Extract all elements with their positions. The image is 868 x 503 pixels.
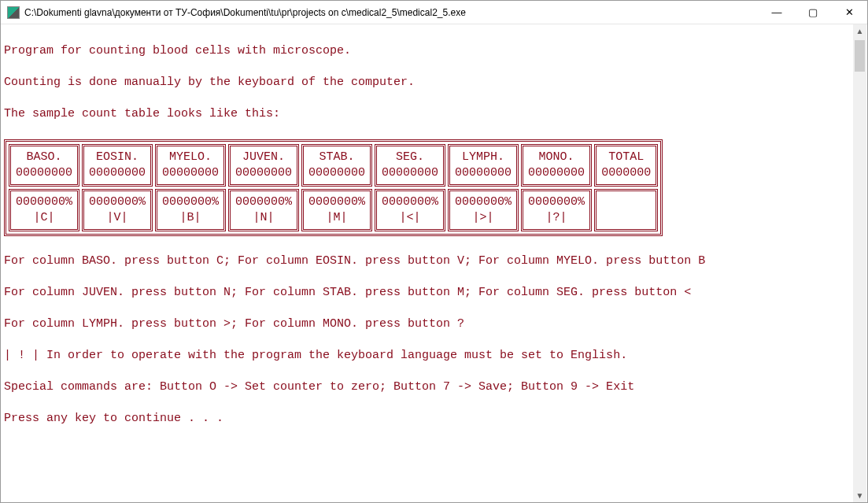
percent-cell: 0000000%|N| [228, 189, 299, 231]
app-window: C:\Dokumenti glavna\документи от ТУ-Софи… [0, 0, 868, 503]
close-icon: ✕ [845, 6, 854, 18]
header-cell: MONO.00000000 [521, 144, 592, 187]
percent-cell: 0000000%|?| [521, 189, 592, 231]
window-buttons: — ▢ ✕ [759, 1, 867, 24]
header-cell: JUVEN.00000000 [228, 144, 299, 187]
intro-line: The sample count table looks like this: [4, 106, 848, 122]
header-cell-total: TOTAL0000000 [594, 144, 658, 187]
table-row: BASO.00000000 EOSIN.00000000 MYELO.00000… [9, 144, 658, 187]
table-row: 0000000%|C| 0000000%|V| 0000000%|B| 0000… [9, 189, 658, 231]
percent-cell: 0000000%|V| [82, 189, 153, 231]
header-cell: STAB.00000000 [301, 144, 372, 187]
percent-cell: 0000000%|<| [375, 189, 445, 231]
scroll-down-icon[interactable]: ▼ [853, 489, 866, 502]
close-button[interactable]: ✕ [831, 1, 867, 24]
window-title: C:\Dokumenti glavna\документи от ТУ-Софи… [24, 7, 759, 18]
maximize-button[interactable]: ▢ [795, 1, 831, 24]
app-icon [7, 6, 20, 19]
intro-line: Counting is done manually by the keyboar… [4, 75, 848, 91]
header-cell: EOSIN.00000000 [82, 144, 153, 187]
instruction-line: For column JUVEN. press button N; For co… [4, 285, 848, 301]
percent-cell: 0000000%|B| [155, 189, 226, 231]
minimize-button[interactable]: — [759, 1, 795, 24]
header-cell: BASO.00000000 [9, 144, 79, 187]
percent-cell-empty [594, 189, 658, 231]
intro-line: Program for counting blood cells with mi… [4, 43, 848, 59]
scroll-thumb[interactable] [855, 40, 865, 72]
instruction-line: For column LYMPH. press button >; For co… [4, 316, 848, 332]
header-cell: MYELO.00000000 [155, 144, 226, 187]
header-cell: LYMPH.00000000 [448, 144, 519, 187]
vertical-scrollbar[interactable]: ▲ ▼ [853, 24, 866, 502]
sample-table: BASO.00000000 EOSIN.00000000 MYELO.00000… [4, 139, 663, 236]
client-area: Program for counting blood cells with mi… [1, 24, 867, 502]
prompt-line: Press any key to continue . . . [4, 411, 848, 427]
minimize-icon: — [772, 6, 782, 18]
percent-cell: 0000000%|M| [301, 189, 372, 231]
instruction-line: Special commands are: Button O -> Set co… [4, 379, 848, 395]
header-cell: SEG.00000000 [375, 144, 445, 187]
instruction-line: | ! | In order to operate with the progr… [4, 348, 848, 364]
instruction-line: For column BASO. press button C; For col… [4, 253, 848, 269]
percent-cell: 0000000%|C| [9, 189, 79, 231]
scroll-up-icon[interactable]: ▲ [853, 24, 866, 38]
maximize-icon: ▢ [808, 6, 818, 18]
console-output: Program for counting blood cells with mi… [1, 24, 853, 502]
percent-cell: 0000000%|>| [448, 189, 519, 231]
titlebar[interactable]: C:\Dokumenti glavna\документи от ТУ-Софи… [1, 1, 867, 24]
